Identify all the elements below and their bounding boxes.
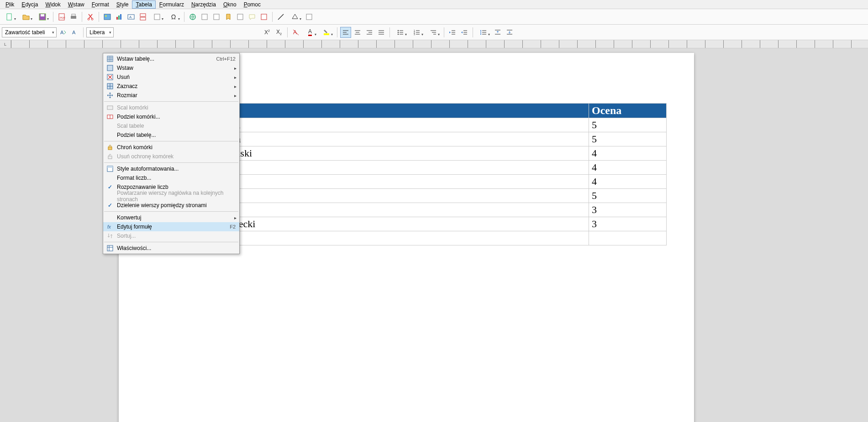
table-cell[interactable]: 5 [589,189,667,203]
table-cell[interactable]: Chemia [188,175,589,189]
open-button[interactable] [18,11,34,22]
menu-item[interactable]: fxEdytuj formułęF2 [103,222,239,231]
menu-item[interactable]: Format liczb... [103,173,239,182]
table-cell[interactable]: Język niemiecki [188,217,589,231]
ruler-horizontal[interactable] [11,40,868,48]
svg-rect-17 [140,17,146,20]
page-break-button[interactable] [137,11,148,22]
clear-formatting-button[interactable]: A [290,27,301,38]
svg-rect-21 [214,14,219,20]
new-button[interactable] [2,11,17,22]
menu-item[interactable]: Podziel tabelę... [103,130,239,140]
align-left-button[interactable] [340,27,351,38]
superscript-button[interactable]: X2 [262,27,273,38]
menu-item-label: Rozmiar [115,92,236,99]
highlight-button[interactable] [319,27,334,38]
endnote-button[interactable] [211,11,222,22]
special-char-button[interactable]: Ω [166,11,181,22]
textbox-button[interactable]: A [126,11,137,22]
menu-item[interactable]: Zaznacz [103,82,239,91]
separator [82,12,82,22]
svg-rect-6 [72,14,75,16]
menu-item[interactable]: ✓Dzielenie wierszy pomiędzy stronami [103,201,239,210]
menu-item[interactable]: Chroń komórki [103,143,239,152]
table-delete-icon [105,73,115,81]
subscript-button[interactable]: X2 [274,27,284,38]
line-button[interactable] [275,11,286,22]
menu-item[interactable]: Podziel komórki... [103,112,239,121]
print-button[interactable] [68,11,79,22]
footnote-button[interactable] [199,11,210,22]
table-cell[interactable]: 4 [589,146,667,161]
table-cell[interactable]: 5 [589,118,667,132]
table-cell[interactable]: 4 [589,175,667,189]
menu-item[interactable]: Wstaw [103,63,239,73]
cross-ref-button[interactable] [235,11,246,22]
table-cell[interactable]: Fizyka [188,189,589,203]
table-cell[interactable]: Język polski [188,118,589,132]
chart-button[interactable] [114,11,125,22]
export-pdf-button[interactable]: PDF [56,11,67,22]
menu-item[interactable]: Rozmiar [103,91,239,100]
table-cell[interactable]: WF [188,161,589,175]
fx-icon: fx [105,223,115,230]
increase-indent-button[interactable] [447,27,458,38]
table-cell[interactable]: Średnia [188,231,589,245]
svg-rect-87 [108,156,112,159]
font-color-button[interactable]: A [302,27,318,38]
paragraph-style-combo[interactable]: Zawartość tabeli [2,27,57,37]
hyperlink-button[interactable] [187,11,198,22]
basic-shapes-button[interactable] [287,11,303,22]
justify-button[interactable] [376,27,387,38]
draw-functions-button[interactable] [304,11,315,22]
separator [337,27,337,37]
table-cell[interactable]: Język angielski [188,146,589,161]
image-button[interactable] [102,11,113,22]
menu-widok[interactable]: Widok [42,0,64,9]
outline-list-button[interactable] [426,27,441,38]
menu-item[interactable]: Konwertuj [103,213,239,222]
new-style-button[interactable]: A [69,27,80,38]
table-cell[interactable] [589,231,667,245]
bullet-list-button[interactable] [393,27,408,38]
menu-format[interactable]: Format [88,0,113,9]
bookmark-button[interactable] [223,11,234,22]
menu-item[interactable]: Style autoformatowania... [103,164,239,173]
menu-shortcut: Ctrl+F12 [212,56,236,62]
menu-item[interactable]: Usuń [103,73,239,82]
font-name-combo[interactable]: Libera [86,27,114,37]
line-spacing-button[interactable] [476,27,491,38]
align-right-button[interactable] [364,27,375,38]
decrease-para-spacing-button[interactable] [504,27,515,38]
decrease-indent-button[interactable] [459,27,470,38]
menu-item[interactable]: Właściwości... [103,244,239,253]
menu-pomoc[interactable]: Pomoc [240,0,264,9]
number-list-button[interactable]: 123 [409,27,425,38]
menu-narzędzia[interactable]: Narzędzia [188,0,220,9]
menu-formularz[interactable]: Formularz [156,0,188,9]
table-cell[interactable]: Matematyka [188,132,589,146]
track-changes-button[interactable] [258,11,269,22]
table-cell[interactable]: 3 [589,203,667,217]
menu-item: Scal komórki [103,103,239,112]
table-cell[interactable]: 5 [589,132,667,146]
save-button[interactable] [35,11,50,22]
menu-item[interactable]: Wstaw tabelę...Ctrl+F12 [103,54,239,63]
menu-tabela[interactable]: Tabela [132,0,155,9]
align-center-button[interactable] [352,27,363,38]
comment-button[interactable] [247,11,258,22]
table-header: Ocena [589,104,667,118]
menu-okno[interactable]: Okno [220,0,240,9]
svg-text:fx: fx [107,224,111,229]
field-button[interactable] [149,11,165,22]
menu-plik[interactable]: Plik [2,0,18,9]
table-cell[interactable]: 3 [589,217,667,231]
menu-edycja[interactable]: Edycja [18,0,42,9]
menu-style[interactable]: Style [113,0,132,9]
increase-para-spacing-button[interactable] [492,27,503,38]
table-cell[interactable]: Biologia [188,203,589,217]
cut-button[interactable] [85,11,96,22]
table-cell[interactable]: 4 [589,161,667,175]
menu-wstaw[interactable]: Wstaw [64,0,88,9]
update-style-button[interactable]: A [58,27,68,38]
